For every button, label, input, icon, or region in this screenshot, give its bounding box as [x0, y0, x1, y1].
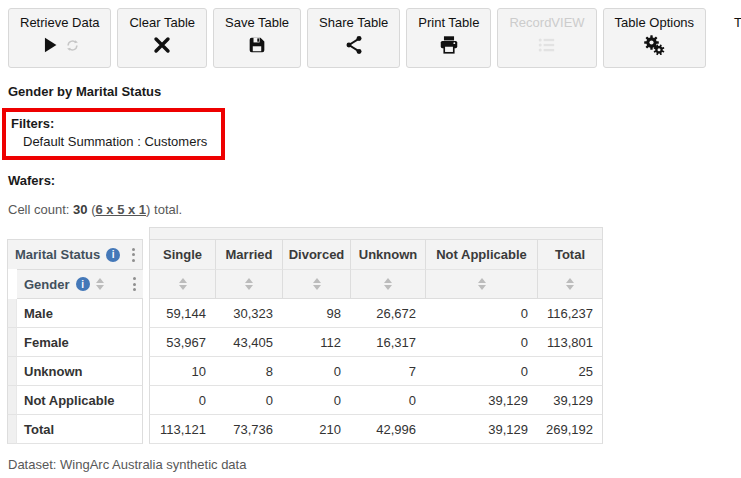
row-indent	[7, 386, 17, 415]
refresh-icon	[65, 38, 80, 56]
data-cell: 42,996	[350, 415, 425, 444]
row-field-header[interactable]: Gender	[17, 269, 143, 299]
column-header-married[interactable]: Married	[215, 239, 282, 269]
data-table: Marital Status Single Married Divorced U…	[7, 227, 741, 444]
data-cell: 0	[149, 386, 215, 415]
printer-icon	[438, 34, 460, 59]
sort-icon[interactable]	[313, 278, 321, 290]
gears-icon	[642, 33, 666, 60]
filters-highlight-box: Filters: Default Summation : Customers	[2, 108, 225, 160]
sort-icon[interactable]	[566, 278, 574, 290]
data-cell: 113,121	[149, 415, 215, 444]
clear-table-button[interactable]: Clear Table	[117, 8, 207, 68]
data-cell: 10	[149, 357, 215, 386]
row-indent	[7, 357, 17, 386]
data-cell: 39,129	[425, 386, 537, 415]
data-cell: 0	[282, 357, 350, 386]
data-cell: 16,317	[350, 328, 425, 357]
column-field-label: Marital Status	[15, 247, 100, 262]
sort-column-not-applicable[interactable]	[425, 269, 537, 299]
column-header-divorced[interactable]: Divorced	[282, 239, 350, 269]
row-indent	[7, 299, 17, 328]
recordview-label: RecordVIEW	[509, 15, 584, 30]
sort-column-married[interactable]	[215, 269, 282, 299]
data-cell: 39,129	[425, 415, 537, 444]
row-label-female: Female	[17, 328, 143, 357]
row-label-total: Total	[17, 415, 143, 444]
filters-heading: Filters:	[11, 116, 207, 131]
trash-label: Trash	[734, 15, 741, 30]
data-cell: 112	[282, 328, 350, 357]
dataset-note: Dataset: WingArc Australia synthetic dat…	[8, 454, 741, 478]
sort-column-unknown[interactable]	[350, 269, 425, 299]
info-icon[interactable]	[106, 248, 120, 262]
save-table-button[interactable]: Save Table	[213, 8, 301, 68]
row-indent	[7, 328, 17, 357]
trash-button[interactable]: Trash	[722, 8, 741, 68]
column-header-total[interactable]: Total	[537, 239, 603, 269]
cell-count-prefix: Cell count:	[8, 202, 73, 217]
data-cell: 0	[215, 386, 282, 415]
sort-icon[interactable]	[478, 278, 486, 290]
wafers-heading: Wafers:	[8, 173, 741, 188]
cell-count-value: 30	[73, 202, 87, 217]
sort-icon[interactable]	[384, 278, 392, 290]
data-cell: 30,323	[215, 299, 282, 328]
toolbar: Retrieve Data Clear Table Save Table	[0, 0, 741, 68]
kebab-menu-icon[interactable]	[133, 277, 136, 291]
data-cell: 210	[282, 415, 350, 444]
data-cell: 8	[215, 357, 282, 386]
row-field-indent	[7, 269, 17, 299]
column-field-header[interactable]: Marital Status	[7, 239, 143, 269]
x-icon	[151, 34, 173, 59]
play-icon	[39, 34, 61, 59]
kebab-menu-icon[interactable]	[132, 248, 135, 262]
data-cell: 39,129	[537, 386, 603, 415]
column-header-not-applicable[interactable]: Not Applicable	[425, 239, 537, 269]
row-label-unknown: Unknown	[17, 357, 143, 386]
data-cell: 0	[282, 386, 350, 415]
print-table-label: Print Table	[418, 15, 479, 30]
data-cell: 53,967	[149, 328, 215, 357]
data-cell: 7	[350, 357, 425, 386]
retrieve-data-button[interactable]: Retrieve Data	[8, 8, 111, 68]
share-table-label: Share Table	[319, 15, 388, 30]
filter-item: Default Summation : Customers	[23, 134, 207, 149]
data-cell: 25	[537, 357, 603, 386]
data-cell: 59,144	[149, 299, 215, 328]
retrieve-data-label: Retrieve Data	[20, 15, 99, 30]
column-header-single[interactable]: Single	[149, 239, 215, 269]
data-cell: 0	[425, 357, 537, 386]
sort-icon[interactable]	[179, 278, 187, 290]
share-table-button[interactable]: Share Table	[307, 8, 400, 68]
list-icon	[536, 34, 558, 59]
print-table-button[interactable]: Print Table	[406, 8, 491, 68]
info-icon[interactable]	[76, 277, 90, 291]
data-cell: 43,405	[215, 328, 282, 357]
data-cell: 113,801	[537, 328, 603, 357]
column-header-unknown[interactable]: Unknown	[350, 239, 425, 269]
row-field-label: Gender	[24, 277, 70, 292]
sort-column-divorced[interactable]	[282, 269, 350, 299]
table-corner-spacer	[7, 227, 143, 239]
sort-icon[interactable]	[96, 278, 104, 290]
sort-column-total[interactable]	[537, 269, 603, 299]
table-options-button[interactable]: Table Options	[603, 8, 707, 68]
data-cell: 116,237	[537, 299, 603, 328]
data-cell: 269,192	[537, 415, 603, 444]
share-icon	[343, 34, 365, 59]
clear-table-label: Clear Table	[129, 15, 195, 30]
column-header-strip	[149, 227, 603, 239]
data-cell: 0	[425, 328, 537, 357]
page-title: Gender by Marital Status	[8, 84, 741, 99]
save-table-label: Save Table	[225, 15, 289, 30]
dataset-line: Dataset: WingArc Australia synthetic dat…	[8, 454, 741, 475]
sort-icon[interactable]	[245, 278, 253, 290]
cell-dimensions-link[interactable]: 6 x 5 x 1	[95, 202, 146, 217]
sort-column-single[interactable]	[149, 269, 215, 299]
recordview-button: RecordVIEW	[497, 8, 596, 68]
data-cell: 0	[350, 386, 425, 415]
table-options-label: Table Options	[615, 15, 695, 30]
data-cell: 98	[282, 299, 350, 328]
row-label-not-applicable: Not Applicable	[17, 386, 143, 415]
